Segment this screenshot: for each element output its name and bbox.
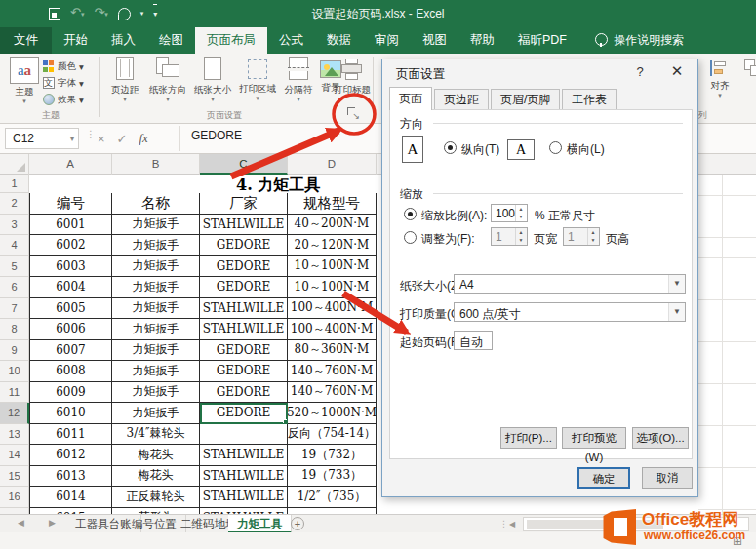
dialog-tab-页眉/页脚[interactable]: 页眉/页脚 <box>491 89 560 110</box>
cell-C14[interactable]: STAHLWILLE <box>200 445 288 466</box>
cell-A3[interactable]: 6001 <box>29 215 112 236</box>
cell-C12[interactable]: GEDORE <box>200 403 288 424</box>
margins-button[interactable]: 页边距▾ <box>105 57 144 102</box>
cell-D8[interactable]: 100～400N·M <box>288 319 377 340</box>
tab-scroll-divider[interactable]: ⋮ <box>499 519 507 529</box>
print-preview-button[interactable]: 打印预览(W) <box>562 427 626 449</box>
tell-me-search[interactable]: 操作说明搜索 <box>581 31 684 49</box>
cell-A16[interactable]: 6014 <box>29 487 112 508</box>
row-header-15[interactable]: 15 <box>0 466 29 488</box>
cell-B5[interactable]: 力矩扳手 <box>112 256 200 278</box>
cell-A15[interactable]: 6013 <box>29 466 112 488</box>
name-box[interactable]: C12▾ <box>5 128 79 149</box>
ribbon-tab-7[interactable]: 审阅 <box>363 27 411 54</box>
group-button-partial[interactable] <box>741 57 756 79</box>
cell-A4[interactable]: 6002 <box>29 235 112 256</box>
cell-D3[interactable]: 40～200N·M <box>288 215 377 236</box>
ribbon-tab-8[interactable]: 视图 <box>411 27 458 54</box>
cell-D7[interactable]: 100～400N·M <box>288 298 377 320</box>
row-header-5[interactable]: 5 <box>0 256 29 278</box>
ribbon-tab-2[interactable]: 插入 <box>99 27 147 54</box>
dialog-close-button[interactable]: ✕ <box>664 62 690 80</box>
cell-B3[interactable]: 力矩扳手 <box>112 215 200 236</box>
first-page-number-input[interactable]: 自动 <box>454 331 493 350</box>
cell-B13[interactable]: 3/4″棘轮头 <box>112 424 200 446</box>
themes-button[interactable]: aa 主题 ▾ <box>6 57 43 104</box>
cell-D11[interactable]: 140～760N·M <box>288 382 377 404</box>
cell-C15[interactable]: STAHLWILLE <box>200 466 288 488</box>
theme-fonts-button[interactable]: 文 字体▾ <box>43 75 98 91</box>
print-quality-select[interactable]: 600 点/英寸▼ <box>454 302 686 322</box>
cancel-button[interactable]: 取消 <box>642 467 693 489</box>
align-button[interactable]: 对齐 ▾ <box>704 57 736 98</box>
fit-to-radio[interactable] <box>404 231 417 244</box>
cell-C7[interactable]: STAHLWILLE <box>200 298 288 320</box>
cell-B15[interactable]: 梅花头 <box>112 466 200 488</box>
formula-bar-value[interactable]: GEDORE <box>191 129 242 142</box>
dialog-tab-页边距[interactable]: 页边距 <box>434 89 489 110</box>
cell-D9[interactable]: 80～360N·M <box>288 340 377 362</box>
row-header-7[interactable]: 7 <box>0 298 29 320</box>
cell-C11[interactable]: GEDORE <box>200 382 288 404</box>
cell-B10[interactable]: 力矩扳手 <box>112 361 200 382</box>
ribbon-tab-5[interactable]: 公式 <box>267 27 315 54</box>
chevron-down-icon[interactable]: ▼ <box>668 275 685 293</box>
cell-C2[interactable]: 厂家 <box>200 193 288 215</box>
cell-D10[interactable]: 140～760N·M <box>288 361 377 382</box>
dialog-tab-页面[interactable]: 页面 <box>389 87 432 110</box>
cell-D15[interactable]: 19（733） <box>288 466 377 488</box>
cell-B8[interactable]: 力矩扳手 <box>112 319 200 340</box>
cell-B12[interactable]: 力矩扳手 <box>112 403 200 424</box>
fit-width-stepper[interactable]: 1▲▼ <box>491 227 528 246</box>
landscape-label[interactable]: 横向(L) <box>567 141 605 158</box>
options-button[interactable]: 选项(O)... <box>632 427 689 449</box>
cell-B11[interactable]: 力矩扳手 <box>112 382 200 404</box>
ribbon-tab-1[interactable]: 开始 <box>52 27 99 54</box>
stepper-arrows-icon[interactable]: ▲▼ <box>515 228 526 245</box>
cell-C8[interactable]: STAHLWILLE <box>200 319 288 340</box>
sheet-title-cell[interactable]: 4. 力矩工具 <box>29 175 377 193</box>
cell-D2[interactable]: 规格型号 <box>288 193 377 215</box>
chevron-down-icon[interactable]: ▼ <box>668 303 685 321</box>
row-header-6[interactable]: 6 <box>0 277 29 298</box>
row-header-1[interactable]: 1 <box>0 175 29 193</box>
cell-D12[interactable]: 520～1000N·M <box>288 403 377 424</box>
cell-A7[interactable]: 6005 <box>29 298 112 320</box>
ribbon-tab-3[interactable]: 绘图 <box>147 27 195 54</box>
adjust-to-radio[interactable] <box>404 208 417 220</box>
ribbon-tab-0[interactable]: 文件 <box>0 27 52 54</box>
row-header-13[interactable]: 13 <box>0 424 29 446</box>
orientation-button[interactable]: 纸张方向▾ <box>146 57 189 102</box>
row-header-4[interactable]: 4 <box>0 235 29 256</box>
dialog-tab-工作表[interactable]: 工作表 <box>562 89 617 110</box>
theme-colors-button[interactable]: 颜色▾ <box>43 59 98 74</box>
cell-C5[interactable]: GEDORE <box>200 256 288 278</box>
cell-B4[interactable]: 力矩扳手 <box>112 235 200 256</box>
column-header-B[interactable]: B <box>112 154 200 175</box>
cell-A2[interactable]: 编号 <box>29 193 112 215</box>
breaks-button[interactable]: 分隔符▾ <box>281 57 316 102</box>
cell-B7[interactable]: 力矩扳手 <box>112 298 200 320</box>
landscape-radio[interactable] <box>549 141 562 154</box>
page-setup-dialog-launcher-icon[interactable] <box>347 107 359 119</box>
ribbon-tab-9[interactable]: 帮助 <box>458 27 506 54</box>
stepper-arrows-icon[interactable]: ▲▼ <box>587 228 598 245</box>
cell-D16[interactable]: 1/2″（735） <box>288 487 377 508</box>
cell-C9[interactable]: GEDORE <box>200 340 288 362</box>
ok-button[interactable]: 确定 <box>577 467 630 489</box>
cell-B16[interactable]: 正反棘轮头 <box>112 487 200 508</box>
row-header-9[interactable]: 9 <box>0 340 29 362</box>
cancel-entry-icon[interactable]: × <box>98 132 105 146</box>
row-header-3[interactable]: 3 <box>0 215 29 236</box>
cell-C3[interactable]: STAHLWILLE <box>200 215 288 236</box>
hscroll-left-icon[interactable]: ◀ <box>509 520 515 529</box>
cell-A14[interactable]: 6012 <box>29 445 112 466</box>
cell-A8[interactable]: 6006 <box>29 319 112 340</box>
cell-A6[interactable]: 6004 <box>29 277 112 298</box>
cell-D13[interactable]: 反向（754-14） <box>288 424 377 446</box>
confirm-entry-icon[interactable]: ✓ <box>117 132 128 146</box>
print-area-button[interactable]: 打印区域▾ <box>236 57 279 101</box>
zoom-percent-stepper[interactable]: 100▲▼ <box>491 204 528 222</box>
column-header-C[interactable]: C <box>200 154 288 175</box>
cell-C4[interactable]: GEDORE <box>200 235 288 256</box>
